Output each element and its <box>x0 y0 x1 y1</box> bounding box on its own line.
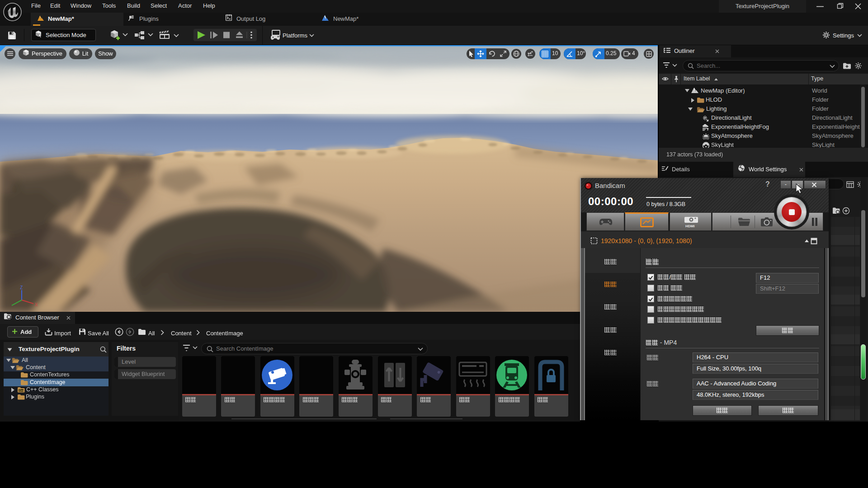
svg-text:C++: C++ <box>19 389 24 392</box>
svg-text:Z: Z <box>20 285 23 290</box>
svg-text:HDMI: HDMI <box>685 224 694 228</box>
svg-text:X: X <box>35 302 38 307</box>
